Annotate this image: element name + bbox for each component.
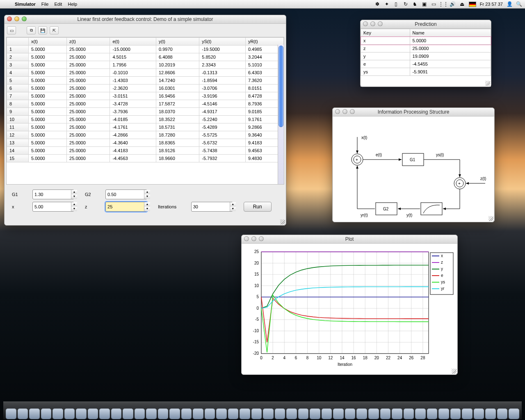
cell[interactable]: 5.0000 (29, 131, 67, 139)
volume-icon[interactable]: 🔊 (450, 1, 456, 7)
cell[interactable]: -3.0151 (110, 92, 156, 100)
g2-stepper[interactable]: ▲▼ (105, 189, 151, 199)
cell[interactable]: 25.0000 (67, 100, 110, 108)
dock-app-icon[interactable] (228, 409, 239, 419)
cell[interactable]: -4.5146 (199, 100, 246, 108)
cell[interactable]: -5.7932 (199, 155, 246, 162)
titlebar[interactable]: Information Processing Structure (333, 108, 494, 116)
dock-app-icon[interactable] (427, 409, 438, 419)
cell[interactable]: -5.7438 (199, 147, 246, 155)
cell[interactable]: 25.0000 (67, 61, 110, 69)
cell[interactable]: -4.1761 (110, 123, 156, 131)
cell[interactable]: -4.3640 (110, 139, 156, 147)
dock-app-icon[interactable] (216, 409, 227, 419)
cell[interactable]: -1.4303 (110, 77, 156, 84)
cell[interactable]: 5.0000 (29, 46, 67, 53)
resize-handle-icon[interactable] (280, 219, 285, 224)
copy-button[interactable]: ⧉ (27, 26, 36, 34)
user-icon[interactable]: 👤 (507, 1, 512, 7)
cell[interactable]: 16.9456 (156, 92, 199, 100)
dock-app-icon[interactable] (356, 409, 367, 419)
z-stepper[interactable]: ▲▼ (105, 202, 151, 212)
dock-app-icon[interactable] (158, 409, 169, 419)
dock-app-icon[interactable] (345, 409, 356, 419)
cell[interactable]: 6.4088 (156, 53, 199, 61)
status-icon[interactable]: ▯ (393, 1, 399, 7)
cell[interactable]: ys (361, 68, 410, 76)
dock-app-icon[interactable] (251, 409, 262, 419)
new-doc-button[interactable]: ▭ (7, 26, 16, 34)
dock-app-icon[interactable] (6, 409, 16, 419)
cell[interactable]: 4 (7, 69, 29, 77)
apple-icon[interactable] (3, 1, 9, 7)
dock-app-icon[interactable] (99, 409, 110, 419)
cell[interactable]: -5.2240 (199, 116, 246, 123)
export-button[interactable]: ⇱ (50, 26, 59, 34)
minimize-icon[interactable] (370, 21, 375, 26)
status-icon[interactable]: ♞ (412, 1, 418, 7)
menu-appname[interactable]: Simulator (15, 2, 36, 7)
cell[interactable]: 18.3522 (156, 116, 199, 123)
cell[interactable]: -4.4183 (110, 147, 156, 155)
dock-app-icon[interactable] (169, 409, 180, 419)
display-icon[interactable]: ▭ (431, 1, 437, 7)
cell[interactable]: 3 (7, 61, 29, 69)
menu-edit[interactable]: Edit (54, 2, 62, 7)
cell[interactable]: 25.0000 (67, 123, 110, 131)
cell[interactable]: -1.8594 (199, 77, 246, 84)
cell[interactable]: 5.0000 (29, 61, 67, 69)
status-icon[interactable]: ✽ (374, 1, 380, 7)
cell[interactable]: 5.0000 (29, 84, 67, 92)
titlebar[interactable]: Plot (242, 235, 457, 244)
cell[interactable]: 0.9970 (156, 46, 199, 53)
dock-app-icon[interactable] (123, 409, 133, 419)
dock-app-icon[interactable] (298, 409, 309, 419)
cell[interactable]: -0.1313 (199, 69, 246, 77)
col-header[interactable]: z(t) (67, 38, 110, 46)
cell[interactable]: 18.9660 (156, 155, 199, 162)
dock-app-icon[interactable] (193, 409, 203, 419)
cell[interactable]: 2 (7, 53, 29, 61)
cell[interactable]: -4.9317 (199, 108, 246, 116)
col-header[interactable]: yS(t) (199, 38, 246, 46)
cell[interactable]: 1.7956 (110, 61, 156, 69)
cell[interactable]: 7 (7, 92, 29, 100)
cell[interactable]: 25.0000 (67, 92, 110, 100)
dock-app-icon[interactable] (263, 409, 274, 419)
cell[interactable]: -4.2866 (110, 131, 156, 139)
cell[interactable]: -4.0185 (110, 116, 156, 123)
cell[interactable]: 5.8520 (199, 53, 246, 61)
cell[interactable]: 5.0000 (29, 155, 67, 162)
resize-handle-icon[interactable] (452, 369, 457, 374)
cell[interactable]: 11 (7, 123, 29, 131)
dock-app-icon[interactable] (509, 409, 519, 419)
close-icon[interactable] (335, 109, 340, 114)
cell[interactable]: 18.0370 (156, 108, 199, 116)
close-icon[interactable] (7, 16, 12, 21)
cell[interactable]: e (361, 60, 410, 68)
cell[interactable]: 18.7280 (156, 131, 199, 139)
cell[interactable]: 25.0000 (67, 155, 110, 162)
eject-icon[interactable]: ⏏ (459, 1, 465, 7)
titlebar[interactable]: Linear first order feedback control: Dem… (5, 15, 286, 24)
dock-app-icon[interactable] (135, 409, 145, 419)
cell[interactable]: 25.0000 (67, 116, 110, 123)
col-header[interactable]: yR(t) (245, 38, 283, 46)
cell[interactable]: 14.7240 (156, 77, 199, 84)
cell[interactable]: 5.0000 (29, 147, 67, 155)
cell[interactable]: 25.0000 (67, 46, 110, 53)
col-header[interactable]: Key (361, 29, 410, 37)
cell[interactable]: 12 (7, 131, 29, 139)
cell[interactable]: 14 (7, 147, 29, 155)
cell[interactable]: z (361, 45, 410, 52)
cell[interactable]: 6 (7, 84, 29, 92)
cell[interactable]: -15.0000 (110, 46, 156, 53)
cell[interactable]: 16.0301 (156, 84, 199, 92)
dock-app-icon[interactable] (52, 409, 63, 419)
cell[interactable]: -19.5000 (199, 46, 246, 53)
cell[interactable]: 5.0000 (29, 92, 67, 100)
dock-app-icon[interactable] (438, 409, 449, 419)
cell[interactable]: -5.5725 (199, 131, 246, 139)
minimize-icon[interactable] (251, 236, 256, 241)
cell[interactable]: 18.8365 (156, 139, 199, 147)
